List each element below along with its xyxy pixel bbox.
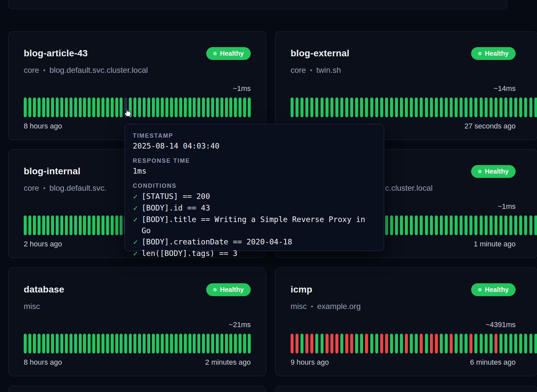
uptime-bar-up[interactable] bbox=[170, 98, 173, 117]
uptime-bar-up[interactable] bbox=[24, 98, 27, 117]
uptime-bar-up[interactable] bbox=[460, 215, 463, 235]
uptime-bar-up[interactable] bbox=[425, 215, 428, 235]
uptime-bar-up[interactable] bbox=[474, 334, 477, 353]
uptime-bar-up[interactable] bbox=[455, 98, 458, 117]
uptime-bar-up[interactable] bbox=[355, 98, 358, 117]
uptime-bar-up[interactable] bbox=[514, 215, 517, 235]
uptime-bar-up[interactable] bbox=[179, 98, 182, 117]
uptime-bar-up[interactable] bbox=[46, 334, 49, 353]
uptime-bar-up[interactable] bbox=[170, 334, 173, 353]
uptime-bar-up[interactable] bbox=[325, 98, 328, 117]
uptime-bar-up[interactable] bbox=[193, 334, 196, 353]
uptime-bar-up[interactable] bbox=[197, 98, 200, 117]
uptime-bar-up[interactable] bbox=[300, 98, 303, 117]
uptime-bar-up[interactable] bbox=[524, 98, 527, 117]
uptime-bar-up[interactable] bbox=[415, 215, 418, 235]
uptime-bar-up[interactable] bbox=[415, 98, 418, 117]
uptime-bar-up[interactable] bbox=[410, 215, 413, 235]
uptime-bar-up[interactable] bbox=[83, 334, 86, 353]
uptime-bar-up[interactable] bbox=[88, 98, 91, 117]
uptime-bar-up[interactable] bbox=[440, 334, 443, 353]
uptime-bar-up[interactable] bbox=[465, 98, 467, 117]
uptime-bar-up[interactable] bbox=[143, 98, 146, 117]
uptime-bar-up[interactable] bbox=[495, 215, 497, 235]
uptime-bar-up[interactable] bbox=[175, 334, 178, 353]
uptime-bar-down[interactable] bbox=[495, 334, 497, 353]
uptime-bar-up[interactable] bbox=[33, 334, 36, 353]
uptime-bar-up[interactable] bbox=[51, 334, 54, 353]
uptime-bar-up[interactable] bbox=[365, 98, 368, 117]
uptime-bar-up[interactable] bbox=[184, 334, 187, 353]
uptime-bar-down[interactable] bbox=[365, 334, 368, 353]
uptime-bar-up[interactable] bbox=[445, 334, 448, 353]
uptime-bar-up[interactable] bbox=[65, 215, 68, 235]
uptime-bar-up[interactable] bbox=[440, 215, 443, 235]
uptime-bar-down[interactable] bbox=[296, 334, 298, 353]
uptime-bar-up[interactable] bbox=[480, 98, 483, 117]
uptime-bar-up[interactable] bbox=[51, 215, 54, 235]
uptime-bar-up[interactable] bbox=[74, 215, 77, 235]
uptime-bar-up[interactable] bbox=[229, 334, 232, 353]
uptime-bar-up[interactable] bbox=[229, 98, 232, 117]
uptime-bar-up[interactable] bbox=[504, 215, 507, 235]
uptime-bar-up[interactable] bbox=[509, 334, 512, 353]
uptime-bar-up[interactable] bbox=[345, 98, 348, 117]
uptime-bar-up[interactable] bbox=[51, 98, 54, 117]
uptime-bar-down[interactable] bbox=[345, 334, 348, 353]
uptime-bar-up[interactable] bbox=[111, 98, 114, 117]
uptime-bar-down[interactable] bbox=[450, 334, 453, 353]
uptime-bar-up[interactable] bbox=[234, 334, 237, 353]
uptime-bar-up[interactable] bbox=[101, 215, 104, 235]
uptime-bar-up[interactable] bbox=[184, 98, 187, 117]
uptime-bar-up[interactable] bbox=[197, 334, 200, 353]
uptime-bar-up[interactable] bbox=[321, 98, 324, 117]
uptime-bar-up[interactable] bbox=[42, 98, 45, 117]
uptime-bar-up[interactable] bbox=[101, 334, 104, 353]
uptime-bar-up[interactable] bbox=[97, 215, 100, 235]
uptime-bar-up[interactable] bbox=[474, 98, 477, 117]
uptime-bar-up[interactable] bbox=[143, 334, 146, 353]
uptime-bar-up[interactable] bbox=[435, 215, 438, 235]
uptime-bar-down[interactable] bbox=[469, 334, 472, 353]
endpoint-card[interactable]: database Healthy misc ~21ms 8 hours ago … bbox=[8, 267, 266, 376]
uptime-bar-up[interactable] bbox=[490, 334, 493, 353]
uptime-bar-up[interactable] bbox=[504, 98, 507, 117]
uptime-bar-up[interactable] bbox=[248, 98, 251, 117]
uptime-bar-up[interactable] bbox=[524, 334, 527, 353]
uptime-bar-up[interactable] bbox=[390, 98, 393, 117]
uptime-bar-up[interactable] bbox=[42, 334, 45, 353]
uptime-bar-up[interactable] bbox=[33, 215, 36, 235]
uptime-bar-up[interactable] bbox=[24, 215, 27, 235]
uptime-bar-up[interactable] bbox=[519, 98, 522, 117]
uptime-bar-down[interactable] bbox=[325, 334, 328, 353]
uptime-bar-up[interactable] bbox=[534, 334, 537, 353]
uptime-bar-up[interactable] bbox=[147, 334, 150, 353]
uptime-bar-up[interactable] bbox=[165, 98, 168, 117]
uptime-bar-up[interactable] bbox=[152, 334, 155, 353]
uptime-bar-up[interactable] bbox=[350, 98, 353, 117]
uptime-bar-up[interactable] bbox=[138, 334, 141, 353]
uptime-bar-up[interactable] bbox=[79, 334, 82, 353]
uptime-bar-up[interactable] bbox=[88, 334, 91, 353]
uptime-bar-up[interactable] bbox=[315, 334, 318, 353]
uptime-bar-up[interactable] bbox=[485, 215, 488, 235]
uptime-bar-up[interactable] bbox=[101, 98, 104, 117]
uptime-bar-up[interactable] bbox=[28, 334, 31, 353]
uptime-bar-up[interactable] bbox=[405, 98, 408, 117]
uptime-bar-up[interactable] bbox=[524, 215, 527, 235]
uptime-bar-up[interactable] bbox=[38, 98, 41, 117]
uptime-bar-down[interactable] bbox=[420, 334, 423, 353]
uptime-bar-up[interactable] bbox=[485, 334, 488, 353]
uptime-bar-up[interactable] bbox=[410, 98, 413, 117]
uptime-bar-up[interactable] bbox=[440, 98, 443, 117]
uptime-bar-up[interactable] bbox=[111, 215, 114, 235]
uptime-bar-up[interactable] bbox=[115, 334, 118, 353]
uptime-bar-up[interactable] bbox=[469, 215, 472, 235]
uptime-bar-up[interactable] bbox=[156, 334, 159, 353]
uptime-bar-up[interactable] bbox=[188, 98, 191, 117]
uptime-bar-up[interactable] bbox=[450, 98, 453, 117]
uptime-bar-up[interactable] bbox=[106, 334, 109, 353]
uptime-bar-up[interactable] bbox=[400, 98, 403, 117]
uptime-bar-up[interactable] bbox=[175, 98, 178, 117]
uptime-bar-up[interactable] bbox=[33, 98, 36, 117]
